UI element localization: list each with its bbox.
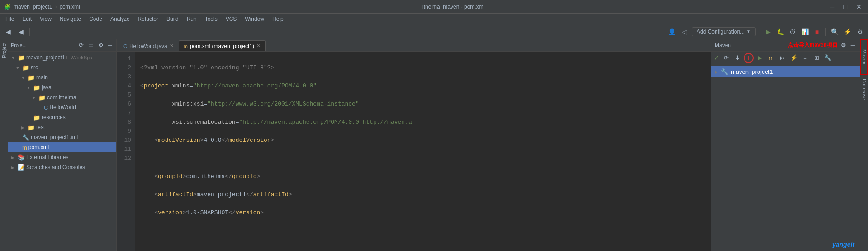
- menu-vcs[interactable]: VCS: [222, 15, 241, 23]
- nav-back-icon[interactable]: ◁: [679, 26, 690, 37]
- maven-refresh-icon[interactable]: ⟳: [721, 53, 731, 63]
- tree-item-resources[interactable]: 📁 resources: [8, 112, 116, 122]
- project-settings-icon[interactable]: ⚙: [97, 41, 105, 49]
- menu-build[interactable]: Build: [163, 15, 182, 23]
- tree-item-test[interactable]: ▶ 📁 test: [8, 122, 116, 132]
- profile-button[interactable]: ⏱: [787, 26, 798, 37]
- back-button[interactable]: ◀: [3, 26, 14, 37]
- maven-toolbar: ✓ ⟳ ⬇ + ▶ m ⏭ ⚡ ≡ ⊞ 🔧: [711, 52, 860, 64]
- code-line-5: <modelVersion>4.0.0</modelVersion>: [140, 136, 711, 145]
- debug-button[interactable]: 🐛: [775, 26, 786, 37]
- maven-cols-icon[interactable]: ⊞: [811, 53, 821, 63]
- code-line-1: <?xml version="1.0" encoding="UTF-8"?>: [140, 63, 711, 72]
- tree-item-java[interactable]: ▼ 📁 java: [8, 82, 116, 92]
- menu-run[interactable]: Run: [183, 15, 200, 23]
- tree-label-src: src: [31, 64, 38, 71]
- minimize-button[interactable]: ─: [827, 3, 837, 10]
- menu-file[interactable]: File: [2, 15, 18, 23]
- maven-check-icon[interactable]: ✓: [714, 53, 720, 62]
- menu-window[interactable]: Window: [241, 15, 268, 23]
- code-line-7: <groupId>com.itheima</groupId>: [140, 172, 711, 181]
- tree-label-root: maven_project1: [26, 54, 65, 61]
- code-line-4: xsi:schemaLocation="http://maven.apache.…: [140, 118, 711, 127]
- maven-wrench-icon[interactable]: 🔧: [823, 53, 833, 63]
- project-panel-header: Proje... ⟳ ☰ ⚙ ─: [8, 39, 116, 52]
- database-strip-label[interactable]: Database: [861, 77, 868, 102]
- maven-right-tab[interactable]: Maven: [860, 39, 868, 75]
- project-minimize-icon[interactable]: ─: [107, 41, 114, 49]
- tab-pomxml-close[interactable]: ✕: [256, 43, 261, 49]
- tree-item-external-libs[interactable]: ▶ 📚 External Libraries: [8, 152, 116, 162]
- forward-button[interactable]: ◀: [15, 26, 26, 37]
- tree-item-helloworld[interactable]: C HelloWorld: [8, 102, 116, 112]
- menu-help[interactable]: Help: [269, 15, 287, 23]
- user-icon[interactable]: 👤: [666, 26, 677, 37]
- search-icon[interactable]: 🔍: [829, 26, 840, 37]
- tree-item-com-itheima[interactable]: ▼ 📁 com.itheima: [8, 92, 116, 102]
- tree-item-root[interactable]: ▼ 📁 maven_project1 F:\WorkSpa: [8, 53, 116, 63]
- menu-navigate[interactable]: Navigate: [56, 15, 85, 23]
- coverage-button[interactable]: 📊: [799, 26, 810, 37]
- project-strip-label[interactable]: Project: [0, 41, 8, 60]
- arrow-icon: ▶: [11, 155, 16, 160]
- code-editor[interactable]: <?xml version="1.0" encoding="UTF-8"?> <…: [135, 52, 711, 251]
- menu-edit[interactable]: Edit: [19, 15, 35, 23]
- project-strip[interactable]: Project: [0, 39, 8, 251]
- code-line-3: xmlns:xsi="http://www.w3.org/2001/XMLSch…: [140, 100, 711, 109]
- tree-label-external-libs: External Libraries: [26, 154, 68, 160]
- tab-helloworld[interactable]: C HelloWorld.java ✕: [119, 40, 179, 51]
- tree-label-java: java: [42, 84, 52, 91]
- maven-lightning-icon[interactable]: ⚡: [789, 53, 799, 63]
- toolbar-separator-1: [29, 28, 30, 36]
- settings-icon[interactable]: ⚙: [854, 26, 865, 37]
- title-bar-left: 🧩 maven_project1 › pom.xml: [4, 3, 80, 10]
- tree-item-src[interactable]: ▼ 📁 src: [8, 63, 116, 72]
- maximize-button[interactable]: □: [841, 3, 850, 10]
- maven-panel-header: Maven 点击导入maven项目 ⚙ ─: [711, 39, 860, 52]
- project-folder-icon: 📁: [18, 54, 25, 61]
- stop-button[interactable]: ■: [811, 26, 822, 37]
- maven-lines-icon[interactable]: ≡: [800, 53, 810, 63]
- project-sync-icon[interactable]: ⟳: [77, 41, 85, 49]
- maven-run-icon[interactable]: ▶: [755, 53, 765, 63]
- menu-refactor[interactable]: Refactor: [134, 15, 162, 23]
- maven-settings-icon[interactable]: ⚙: [840, 41, 848, 49]
- run-button[interactable]: ▶: [763, 26, 773, 37]
- menu-analyze[interactable]: Analyze: [107, 15, 133, 23]
- iml-file-icon: 🔧: [22, 134, 29, 141]
- maven-item-project[interactable]: ▶ 🔧 maven_project1: [711, 66, 860, 77]
- project-panel: Proje... ⟳ ☰ ⚙ ─ ▼ 📁 maven_project1 F:\W…: [8, 39, 117, 251]
- db-strip-area: Database: [861, 75, 868, 251]
- maven-folder-icon: 🔧: [721, 68, 728, 75]
- menu-view[interactable]: View: [36, 15, 55, 23]
- maven-m-icon[interactable]: m: [766, 53, 776, 63]
- tree-label-scratches: Scratches and Consoles: [26, 164, 85, 170]
- editor-content: 1 2 3 4 5 6 7 8 9 10 11 12 <?xml version…: [117, 52, 711, 251]
- alert-icon[interactable]: ⚡: [842, 26, 853, 37]
- main-content: Project Proje... ⟳ ☰ ⚙ ─ ▼ 📁 maven_proje…: [0, 39, 868, 251]
- tree-path-root: F:\WorkSpa: [66, 55, 92, 60]
- src-folder-icon: 📁: [22, 64, 29, 71]
- maven-skip-icon[interactable]: ⏭: [778, 53, 787, 63]
- tab-helloworld-close[interactable]: ✕: [170, 43, 174, 49]
- menu-tools[interactable]: Tools: [201, 15, 221, 23]
- maven-download-icon[interactable]: ⬇: [732, 53, 742, 63]
- toolbar-separator-3: [825, 28, 826, 36]
- tree-item-scratches[interactable]: ▶ 📝 Scratches and Consoles: [8, 162, 116, 172]
- add-configuration-button[interactable]: Add Configuration... ▼: [692, 27, 756, 36]
- project-tree: ▼ 📁 maven_project1 F:\WorkSpa ▼ 📁 src ▼ …: [8, 52, 116, 251]
- main-folder-icon: 📁: [28, 74, 35, 81]
- maven-tree: ▶ 🔧 maven_project1: [711, 64, 860, 251]
- tab-pomxml[interactable]: m pom.xml (maven_project1) ✕: [179, 40, 266, 51]
- tree-item-main[interactable]: ▼ 📁 main: [8, 72, 116, 82]
- maven-add-button[interactable]: +: [744, 53, 754, 63]
- menu-code[interactable]: Code: [85, 15, 106, 23]
- project-expand-icon[interactable]: ☰: [87, 41, 95, 49]
- close-button[interactable]: ✕: [854, 3, 864, 10]
- tree-label-main: main: [36, 74, 48, 81]
- maven-minimize-icon[interactable]: ─: [849, 41, 856, 49]
- tree-item-pomxml[interactable]: m pom.xml: [8, 142, 116, 152]
- title-separator: ›: [55, 4, 57, 10]
- tree-label-pomxml: pom.xml: [28, 144, 49, 150]
- tree-item-iml[interactable]: 🔧 maven_project1.iml: [8, 132, 116, 142]
